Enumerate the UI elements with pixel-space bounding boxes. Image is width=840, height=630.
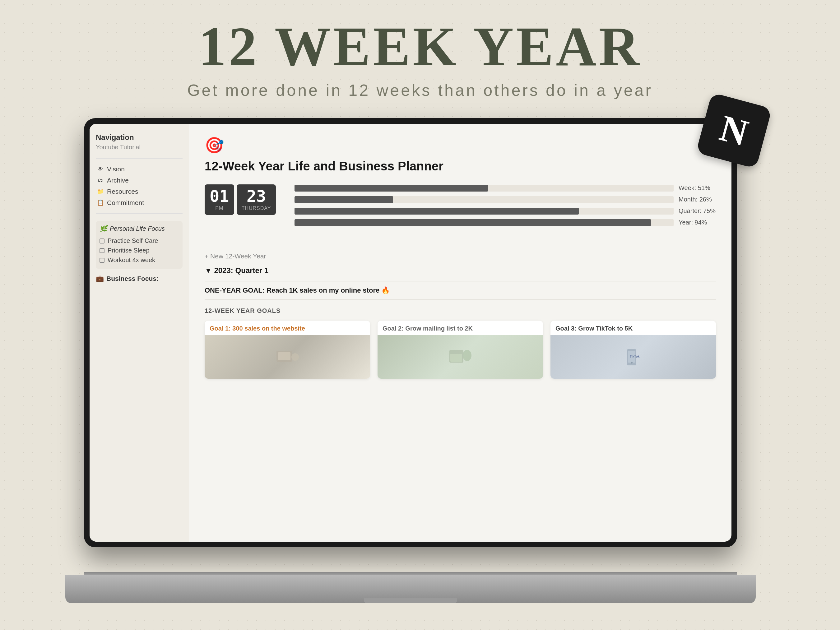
business-focus-icon: 💼 <box>96 275 104 283</box>
progress-fill-month <box>295 196 393 203</box>
goal-1-img-svg <box>275 347 300 366</box>
goal-card-3[interactable]: Goal 3: Grow TikTok to 5K TikTok <box>551 321 716 379</box>
goal-2-title: Goal 2: Grow mailing list to 2K <box>377 321 543 335</box>
goal-3-img-svg: TikTok <box>621 347 646 366</box>
goal-card-1[interactable]: Goal 1: 300 sales on the website <box>205 321 370 379</box>
time-minute-block: 23 THURSDAY <box>237 185 276 215</box>
progress-fill-year <box>295 219 651 226</box>
progress-fill-week <box>295 185 488 191</box>
quarter-header[interactable]: ▼ 2023: Quarter 1 <box>205 266 716 275</box>
goal-2-img-svg <box>448 347 473 366</box>
notion-letter: N <box>715 106 752 155</box>
progress-label-month: Month: 26% <box>679 196 716 203</box>
sidebar: Navigation Youtube Tutorial 👁 Vision 🗂 A… <box>90 124 189 542</box>
progress-label-week: Week: 51% <box>679 185 716 191</box>
archive-icon: 🗂 <box>97 177 104 184</box>
page-title: 12-Week Year Life and Business Planner <box>205 159 716 173</box>
personal-focus-icon: 🌿 <box>99 225 107 232</box>
checkbox-workout[interactable] <box>99 258 104 263</box>
laptop-base <box>65 575 756 603</box>
time-ampm: PM <box>210 205 229 211</box>
laptop-mockup: N Navigation Youtube Tutorial 👁 Vision 🗂… <box>84 118 756 603</box>
checklist-prioritise-sleep[interactable]: Prioritise Sleep <box>99 246 179 255</box>
progress-bar-week <box>295 185 674 191</box>
checklist-label-sleep: Prioritise Sleep <box>107 247 150 254</box>
goal-1-image <box>205 335 370 379</box>
progress-bar-year <box>295 219 674 226</box>
sidebar-item-vision[interactable]: 👁 Vision <box>96 164 183 175</box>
progress-row-year: Year: 94% <box>295 219 716 226</box>
progress-row-month: Month: 26% <box>295 196 716 203</box>
svg-point-8 <box>631 362 633 363</box>
progress-bar-quarter <box>295 208 674 215</box>
screen-inner: Navigation Youtube Tutorial 👁 Vision 🗂 A… <box>90 124 731 542</box>
svg-text:TikTok: TikTok <box>630 355 640 358</box>
progress-label-quarter: Quarter: 75% <box>679 207 716 215</box>
nav-divider-2 <box>96 213 183 214</box>
goal-1-title: Goal 1: 300 sales on the website <box>205 321 370 335</box>
sidebar-item-commitment-label: Commitment <box>107 199 144 207</box>
sidebar-item-archive[interactable]: 🗂 Archive <box>96 175 183 186</box>
progress-label-year: Year: 94% <box>679 219 716 226</box>
laptop-screen: Navigation Youtube Tutorial 👁 Vision 🗂 A… <box>84 118 737 547</box>
personal-focus-label: Personal Life Focus <box>110 225 165 232</box>
checklist-practice-self-care[interactable]: Practice Self-Care <box>99 236 179 246</box>
nav-tutorial[interactable]: Youtube Tutorial <box>96 144 183 151</box>
sidebar-item-archive-label: Archive <box>107 177 129 184</box>
progress-section: Week: 51% Month: 26% <box>295 185 716 231</box>
business-focus-section: 💼 Business Focus: <box>96 275 183 283</box>
goals-grid: Goal 1: 300 sales on the website Goal 2 <box>205 321 716 379</box>
time-day: THURSDAY <box>242 205 271 211</box>
nav-title: Navigation <box>96 133 183 142</box>
sidebar-item-resources[interactable]: 📁 Resources <box>96 186 183 197</box>
sidebar-item-vision-label: Vision <box>107 166 125 173</box>
checklist-label-self-care: Practice Self-Care <box>107 237 158 245</box>
goal-3-title: Goal 3: Grow TikTok to 5K <box>551 321 716 335</box>
time-minute: 23 <box>242 188 271 204</box>
progress-fill-quarter <box>295 208 579 215</box>
checklist-workout[interactable]: Workout 4x week <box>99 255 179 265</box>
goal-3-image: TikTok <box>551 335 716 379</box>
new-12-week-link[interactable]: + New 12-Week Year <box>205 253 266 260</box>
svg-rect-1 <box>278 352 291 360</box>
personal-focus-title: 🌿 Personal Life Focus <box>99 225 179 232</box>
goal-2-image <box>377 335 543 379</box>
progress-row-quarter: Quarter: 75% <box>295 207 716 215</box>
main-content: 🎯 12-Week Year Life and Business Planner… <box>189 124 731 542</box>
svg-point-5 <box>463 350 472 361</box>
sidebar-item-commitment[interactable]: 📋 Commitment <box>96 197 183 208</box>
svg-rect-4 <box>450 354 462 362</box>
resources-icon: 📁 <box>97 188 104 195</box>
page-icon: 🎯 <box>205 136 716 154</box>
main-title: 12 WEEK YEAR <box>0 19 840 75</box>
business-focus-label: Business Focus: <box>106 275 159 283</box>
personal-focus-section: 🌿 Personal Life Focus Practice Self-Care… <box>96 221 183 268</box>
time-hour: 01 <box>210 188 229 204</box>
commitment-icon: 📋 <box>97 199 104 206</box>
one-year-goal: ONE-YEAR GOAL: Reach 1K sales on my onli… <box>205 281 716 300</box>
nav-divider <box>96 158 183 159</box>
content-nav: + New 12-Week Year <box>205 253 716 260</box>
svg-point-2 <box>291 353 299 361</box>
time-hour-block: 01 PM <box>205 185 234 215</box>
progress-row-week: Week: 51% <box>295 185 716 191</box>
checklist-label-workout: Workout 4x week <box>107 257 155 264</box>
checkbox-sleep[interactable] <box>99 248 104 253</box>
notion-app: Navigation Youtube Tutorial 👁 Vision 🗂 A… <box>90 124 731 542</box>
vision-icon: 👁 <box>97 166 104 172</box>
goal-card-2[interactable]: Goal 2: Grow mailing list to 2K <box>377 321 543 379</box>
sidebar-item-resources-label: Resources <box>107 188 138 195</box>
dashboard-top: 01 PM 23 THURSDAY <box>205 185 716 231</box>
goals-section-title: 12-WEEK YEAR GOALS <box>205 307 716 314</box>
checkbox-self-care[interactable] <box>99 238 104 243</box>
time-display: 01 PM 23 THURSDAY <box>205 185 276 215</box>
progress-bar-month <box>295 196 674 203</box>
